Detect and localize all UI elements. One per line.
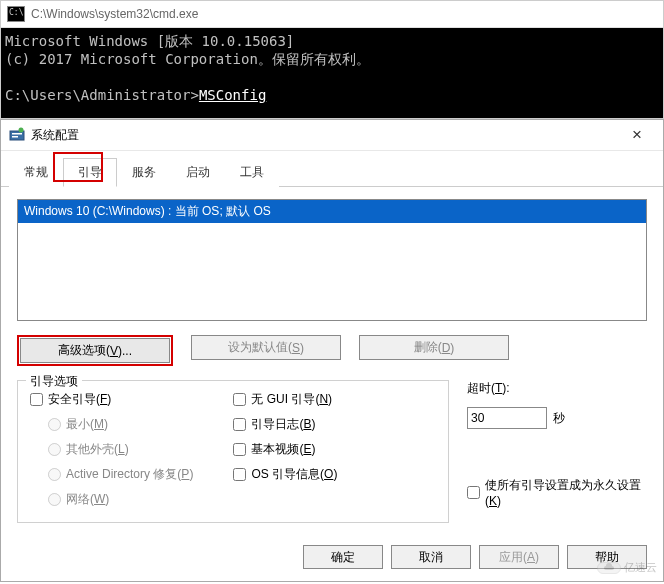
cancel-button[interactable]: 取消 xyxy=(391,545,471,569)
dialog-title: 系统配置 xyxy=(31,127,619,144)
cmd-window: C:\Windows\system32\cmd.exe Microsoft Wi… xyxy=(0,0,664,119)
apply-button: 应用(A) xyxy=(479,545,559,569)
group-label: 引导选项 xyxy=(26,373,82,390)
altshell-radio: 其他外壳(L) xyxy=(48,441,193,458)
delete-button: 删除(D) xyxy=(359,335,509,360)
dialog-titlebar[interactable]: 系统配置 × xyxy=(1,120,663,151)
timeout-input[interactable] xyxy=(467,407,547,429)
ok-button[interactable]: 确定 xyxy=(303,545,383,569)
cmd-output[interactable]: Microsoft Windows [版本 10.0.15063] (c) 20… xyxy=(1,28,663,118)
boot-options-group: 引导选项 安全引导(F) 最小(M) 其他外壳(L) Active Direct… xyxy=(17,380,449,523)
network-radio: 网络(W) xyxy=(48,491,193,508)
cmd-typed-command: MSConfig xyxy=(199,87,266,103)
minimal-radio: 最小(M) xyxy=(48,416,193,433)
cmd-titlebar[interactable]: C:\Windows\system32\cmd.exe xyxy=(1,1,663,28)
dialog-footer: 确定 取消 应用(A) 帮助 xyxy=(1,533,663,581)
basevideo-checkbox[interactable]: 基本视频(E) xyxy=(233,441,337,458)
svg-rect-0 xyxy=(10,131,24,140)
timeout-label: 超时(T): xyxy=(467,380,647,397)
tab-strip: 常规 引导 服务 启动 工具 xyxy=(1,151,663,187)
tab-startup[interactable]: 启动 xyxy=(171,158,225,187)
cmd-icon xyxy=(7,6,25,22)
watermark: 亿速云 xyxy=(597,560,657,575)
timeout-unit: 秒 xyxy=(553,410,565,427)
safeboot-checkbox[interactable]: 安全引导(F) xyxy=(30,391,193,408)
nogui-checkbox[interactable]: 无 GUI 引导(N) xyxy=(233,391,337,408)
adrepair-radio: Active Directory 修复(P) xyxy=(48,466,193,483)
close-button[interactable]: × xyxy=(619,125,655,145)
highlight-annotation: 高级选项(V)... xyxy=(17,335,173,366)
cmd-title: C:\Windows\system32\cmd.exe xyxy=(31,7,657,21)
tab-boot[interactable]: 引导 xyxy=(63,158,117,187)
tab-general[interactable]: 常规 xyxy=(9,158,63,187)
svg-point-3 xyxy=(19,128,24,133)
svg-rect-2 xyxy=(12,136,18,138)
bootlog-checkbox[interactable]: 引导日志(B) xyxy=(233,416,337,433)
boot-entries-list[interactable]: Windows 10 (C:\Windows) : 当前 OS; 默认 OS xyxy=(17,199,647,321)
permanent-checkbox[interactable]: 使所有引导设置成为永久设置(K) xyxy=(467,477,647,508)
msconfig-icon xyxy=(9,127,25,143)
tab-tools[interactable]: 工具 xyxy=(225,158,279,187)
svg-rect-1 xyxy=(12,133,22,135)
msconfig-dialog: 系统配置 × 常规 引导 服务 启动 工具 Windows 10 (C:\Win… xyxy=(0,119,664,582)
advanced-options-button[interactable]: 高级选项(V)... xyxy=(20,338,170,363)
boot-entry-selected[interactable]: Windows 10 (C:\Windows) : 当前 OS; 默认 OS xyxy=(18,200,646,223)
osinfo-checkbox[interactable]: OS 引导信息(O) xyxy=(233,466,337,483)
set-default-button: 设为默认值(S) xyxy=(191,335,341,360)
cloud-icon xyxy=(597,562,621,574)
tab-services[interactable]: 服务 xyxy=(117,158,171,187)
